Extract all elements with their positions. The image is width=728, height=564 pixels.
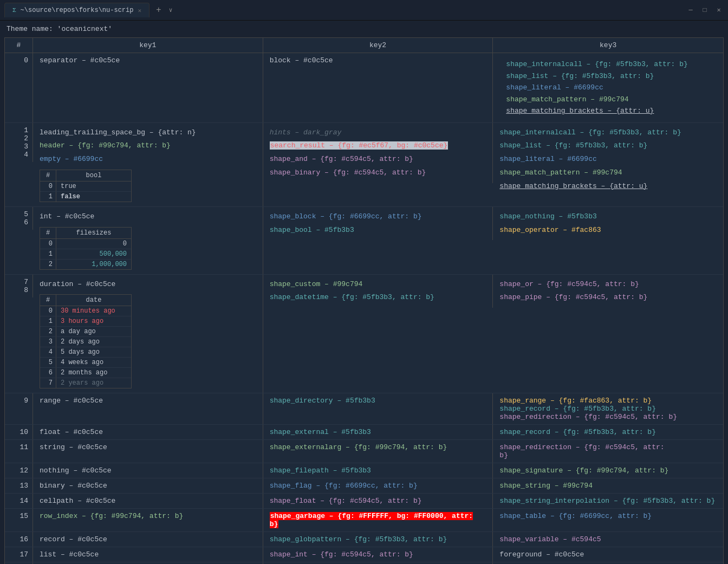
row-index: 10 [5,425,33,439]
titlebar: Σ ~\source\repos\forks\nu-scrip ✕ + ∨ — … [0,0,728,21]
tab-label: ~\source\repos\forks\nu-scrip [21,7,134,14]
row-key1: separator – #c0c5ce [33,53,263,122]
row-index: 13 [5,478,33,493]
row-key2: shape_globpattern – {fg: #5fb3b3, attr: … [263,532,493,547]
table-row: 1234 leading_trailing_space_bg – {attr: … [5,123,723,207]
row-key2: shape_externalarg – {fg: #99c794, attr: … [263,440,493,463]
table-row: 13 binary – #c0c5ce shape_flag – {fg: #6… [5,478,723,494]
close-button[interactable]: ✕ [714,5,724,15]
row-key2: hints – dark_gray search_result – {fg: #… [263,123,493,183]
row-index: 14 [5,494,33,508]
row-key3: shape_internalcall – {fg: #5fb3b3, attr:… [493,53,723,122]
row-index: 56 [5,207,33,230]
row-key3: foreground – #c0c5ce [493,547,723,562]
active-tab[interactable]: Σ ~\source\repos\forks\nu-scrip ✕ [4,3,150,17]
row-index: 78 [5,275,33,297]
row-key1: row_index – {fg: #99c794, attr: b} [33,509,263,531]
tab-dropdown-button[interactable]: ∨ [166,4,176,16]
row-key1: range – #c0c5ce [33,393,263,424]
col-header-key3: key3 [493,38,723,53]
row-key3: shape_string – #99c794 [493,478,723,493]
row-index: 9 [5,393,33,424]
row-index: 1234 [5,123,33,162]
col-header-key1: key1 [33,38,263,53]
table-row: 78 duration – #c0c5ce # date 0 30 minute… [5,275,723,394]
window-controls: — □ ✕ [686,5,724,15]
row-key3: shape_range – {fg: #fac863, attr: b} sha… [493,393,723,424]
row-key1: float – #c0c5ce [33,425,263,439]
new-tab-button[interactable]: + [152,3,166,17]
row-index: 12 [5,463,33,478]
row-key3: shape_variable – #c594c5 [493,532,723,547]
row-index: 11 [5,440,33,463]
row-key2: shape_garbage – {fg: #FFFFFF, bg: #FF000… [263,509,493,531]
table-row: 17 list – #c0c5ce shape_int – {fg: #c594… [5,547,723,562]
row-key3: shape_table – {fg: #6699cc, attr: b} [493,509,723,531]
table-row: 12 nothing – #c0c5ce shape_filepath – #5… [5,463,723,478]
row-index: 17 [5,547,33,562]
col-header-index: # [5,38,33,53]
tab-close-button[interactable]: ✕ [138,7,141,14]
row-key2: shape_directory – #5fb3b3 [263,393,493,424]
row-key2: shape_custom – #99c794 shape_datetime – … [263,275,493,308]
row-index: 0 [5,53,33,122]
row-key1: list – #c0c5ce [33,547,263,562]
table-row: 11 string – #c0c5ce shape_externalarg – … [5,440,723,463]
row-key1: record – #c0c5ce [33,532,263,547]
table-row: 9 range – #c0c5ce shape_directory – #5fb… [5,393,723,425]
row-key2: shape_filepath – #5fb3b3 [263,463,493,478]
main-table: # key1 key2 key3 0 separator – #c0c5ce b… [4,37,724,564]
row-key3: shape_or – {fg: #c594c5, attr: b} shape_… [493,275,723,308]
search-result-highlight: search_result – {fg: #ec5f67, bg: #c0c5c… [270,141,448,150]
row-key1: leading_trailing_space_bg – {attr: n} he… [33,123,263,206]
mini-filesizes-table: # filesizes 0 0 1 500,000 2 1,000,000 [40,227,132,270]
row-key1: nothing – #c0c5ce [33,463,263,478]
row-key3: shape_string_interpolation – {fg: #5fb3b… [493,494,723,508]
table-row: 14 cellpath – #c0c5ce shape_float – {fg:… [5,494,723,509]
theme-name-line: Theme name: 'oceanicnext' [0,21,728,37]
row-key2: shape_block – {fg: #6699cc, attr: b} sha… [263,207,493,241]
table-row: 10 float – #c0c5ce shape_external – #5fb… [5,425,723,440]
terminal-icon: Σ [12,7,16,14]
table-row: 15 row_index – {fg: #99c794, attr: b} sh… [5,509,723,532]
row-key2: block – #c0c5ce [263,53,493,122]
row-key2: shape_external – #5fb3b3 [263,425,493,439]
minimize-button[interactable]: — [686,5,696,15]
row-index: 15 [5,509,33,531]
garbage-highlight: shape_garbage – {fg: #FFFFFF, bg: #FF000… [270,512,473,528]
row-key3: shape_redirection – {fg: #c594c5, attr: … [493,440,723,463]
table-row: 16 record – #c0c5ce shape_globpattern – … [5,532,723,547]
table-row: 56 int – #c0c5ce # filesizes 0 0 1 500,0… [5,207,723,275]
row-key1: string – #c0c5ce [33,440,263,463]
row-key3: shape_internalcall – {fg: #5fb3b3, attr:… [493,123,723,197]
row-key3: shape_signature – {fg: #99c794, attr: b} [493,463,723,478]
row-key1: binary – #c0c5ce [33,478,263,493]
table-header: # key1 key2 key3 [5,38,723,53]
row-key1: duration – #c0c5ce # date 0 30 minutes a… [33,275,263,393]
table-row: 0 separator – #c0c5ce block – #c0c5ce sh… [5,53,723,123]
row-key1: int – #c0c5ce # filesizes 0 0 1 500,000 [33,207,263,274]
row-key3: shape_nothing – #5fb3b3 shape_operator –… [493,207,723,241]
restore-button[interactable]: □ [700,5,710,15]
col-header-key2: key2 [263,38,493,53]
row-index: 16 [5,532,33,547]
mini-dates-table: # date 0 30 minutes ago 1 3 hours ago 2 … [40,294,132,388]
mini-bool-table: # bool 0 true 1 false [40,170,132,202]
row-key1: cellpath – #c0c5ce [33,494,263,508]
row-key3: shape_record – {fg: #5fb3b3, attr: b} [493,425,723,439]
row-key2: shape_flag – {fg: #6699cc, attr: b} [263,478,493,493]
row-key2: shape_int – {fg: #c594c5, attr: b} [263,547,493,562]
row-key2: shape_float – {fg: #c594c5, attr: b} [263,494,493,508]
